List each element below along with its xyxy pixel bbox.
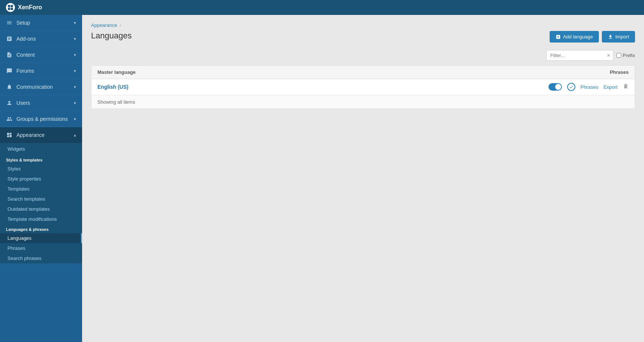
- language-enabled-toggle[interactable]: [548, 83, 562, 91]
- addons-icon: [6, 35, 13, 42]
- filter-clear-button[interactable]: ×: [607, 52, 610, 59]
- export-link[interactable]: Export: [603, 84, 618, 90]
- setup-icon: [6, 19, 13, 26]
- styles-section-header: Styles & templates: [0, 155, 82, 164]
- table-header: Master language Phrases: [91, 66, 635, 79]
- prefix-filter[interactable]: Prefix: [616, 53, 635, 58]
- sidebar-item-phrases[interactable]: Phrases: [0, 243, 82, 253]
- sidebar-item-search-phrases[interactable]: Search phrases: [0, 253, 82, 263]
- breadcrumb-parent[interactable]: Appearance: [91, 22, 117, 28]
- languages-table: Master language Phrases English (US) Phr…: [91, 65, 635, 109]
- sidebar-item-content[interactable]: Content ▾: [0, 47, 82, 63]
- chevron-down-icon: ▾: [74, 117, 76, 122]
- sidebar-item-groups[interactable]: Groups & permissions ▾: [0, 111, 82, 127]
- chevron-down-icon: ▾: [74, 101, 76, 106]
- add-language-label: Add language: [563, 34, 593, 40]
- sidebar: Setup ▾ Add-ons ▾ Content ▾: [0, 15, 82, 342]
- svg-rect-2: [8, 8, 10, 10]
- sidebar-item-template-modifications[interactable]: Template modifications: [0, 214, 82, 224]
- check-icon: [567, 83, 575, 91]
- groups-icon: [6, 116, 13, 122]
- language-name-link[interactable]: English (US): [97, 84, 548, 90]
- sidebar-item-label: Setup: [16, 20, 30, 26]
- breadcrumb-separator: ›: [119, 22, 121, 28]
- forums-icon: [6, 68, 13, 74]
- sidebar-item-label: Groups & permissions: [16, 116, 68, 122]
- chevron-down-icon: ▾: [74, 37, 76, 41]
- master-language-header: Master language: [97, 69, 610, 75]
- chevron-up-icon: ▴: [74, 133, 76, 138]
- svg-rect-1: [11, 5, 13, 7]
- page-title: Languages: [91, 31, 132, 41]
- sidebar-item-appearance[interactable]: Appearance ▴: [0, 127, 82, 143]
- sidebar-item-label: Content: [16, 52, 35, 58]
- chevron-down-icon: ▾: [74, 69, 76, 73]
- delete-icon[interactable]: [623, 83, 629, 91]
- languages-section-header: Languages & phrases: [0, 224, 82, 233]
- sidebar-item-style-properties[interactable]: Style properties: [0, 174, 82, 184]
- filter-input[interactable]: [546, 50, 613, 61]
- users-icon: [6, 100, 13, 106]
- sidebar-item-addons[interactable]: Add-ons ▾: [0, 31, 82, 47]
- filter-input-wrap: ×: [546, 50, 613, 61]
- top-bar: XenForo: [0, 0, 644, 15]
- svg-rect-3: [11, 8, 13, 10]
- breadcrumb: Appearance ›: [91, 22, 635, 28]
- import-button[interactable]: Import: [602, 31, 635, 43]
- chevron-down-icon: ▾: [74, 85, 76, 90]
- appearance-icon: [6, 132, 13, 138]
- prefix-label: Prefix: [623, 53, 635, 58]
- sidebar-item-label: Communication: [16, 84, 53, 90]
- sidebar-item-users[interactable]: Users ▾: [0, 95, 82, 111]
- sidebar-item-communication[interactable]: Communication ▾: [0, 79, 82, 95]
- sidebar-item-widgets[interactable]: Widgets: [0, 143, 82, 155]
- header-buttons: Add language Import: [550, 31, 635, 43]
- import-label: Import: [615, 34, 629, 40]
- sidebar-item-label: Forums: [16, 68, 34, 74]
- chevron-down-icon: ▾: [74, 53, 76, 57]
- content-icon: [6, 51, 13, 58]
- logo-text: XenForo: [18, 4, 42, 11]
- content-area: Appearance › Languages Add language Impo…: [82, 15, 644, 342]
- chevron-down-icon: ▾: [74, 21, 76, 25]
- sidebar-item-languages[interactable]: Languages: [0, 233, 82, 243]
- sidebar-item-label: Add-ons: [16, 36, 36, 42]
- appearance-submenu: Widgets Styles & templates Styles Style …: [0, 143, 82, 263]
- sidebar-item-forums[interactable]: Forums ▾: [0, 63, 82, 79]
- add-language-button[interactable]: Add language: [550, 31, 599, 43]
- logo-icon: [6, 3, 15, 12]
- page-header: Languages Add language Import: [91, 31, 635, 43]
- row-actions: Phrases Export: [548, 83, 629, 91]
- main-layout: Setup ▾ Add-ons ▾ Content ▾: [0, 15, 644, 342]
- phrases-column-header: Phrases: [610, 69, 629, 75]
- sidebar-item-styles[interactable]: Styles: [0, 164, 82, 174]
- table-row: English (US) Phrases Export: [91, 79, 635, 95]
- logo[interactable]: XenForo: [6, 3, 42, 12]
- sidebar-item-templates[interactable]: Templates: [0, 184, 82, 194]
- sidebar-item-outdated-templates[interactable]: Outdated templates: [0, 204, 82, 214]
- showing-all-items: Showing all items: [91, 95, 635, 109]
- phrases-link[interactable]: Phrases: [581, 84, 598, 90]
- svg-rect-0: [8, 5, 10, 7]
- sidebar-item-search-templates[interactable]: Search templates: [0, 194, 82, 204]
- prefix-checkbox[interactable]: [616, 53, 621, 58]
- communication-icon: [6, 84, 13, 90]
- sidebar-item-label: Appearance: [16, 132, 45, 138]
- sidebar-item-label: Users: [16, 100, 30, 106]
- sidebar-item-setup[interactable]: Setup ▾: [0, 15, 82, 31]
- filter-bar: × Prefix: [91, 50, 635, 61]
